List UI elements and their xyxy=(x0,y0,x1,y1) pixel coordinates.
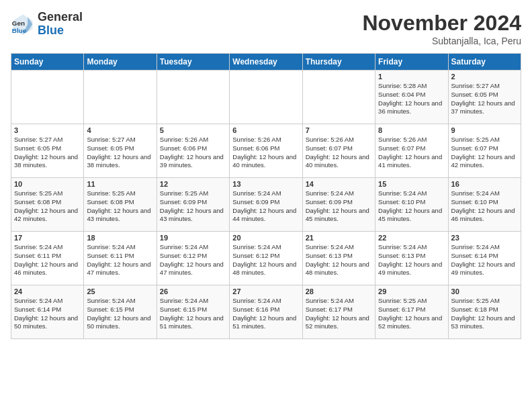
cell-info: Sunrise: 5:24 AM Sunset: 6:17 PM Dayligh… xyxy=(306,297,372,331)
day-number: 5 xyxy=(160,126,226,134)
cell-info: Sunrise: 5:24 AM Sunset: 6:15 PM Dayligh… xyxy=(87,297,153,331)
calendar-cell: 28Sunrise: 5:24 AM Sunset: 6:17 PM Dayli… xyxy=(302,285,375,339)
day-number: 3 xyxy=(14,126,81,134)
page-header: Gen Blue General Blue November 2024 Subt… xyxy=(11,11,521,46)
cell-info: Sunrise: 5:24 AM Sunset: 6:10 PM Dayligh… xyxy=(378,189,445,224)
calendar-cell: 26Sunrise: 5:24 AM Sunset: 6:15 PM Dayli… xyxy=(157,285,229,339)
calendar-cell: 18Sunrise: 5:24 AM Sunset: 6:11 PM Dayli… xyxy=(84,232,157,285)
day-number: 13 xyxy=(232,180,299,188)
calendar-cell: 12Sunrise: 5:25 AM Sunset: 6:09 PM Dayli… xyxy=(157,178,229,232)
day-number: 21 xyxy=(306,234,372,242)
month-title: November 2024 xyxy=(362,11,521,36)
day-number: 14 xyxy=(306,180,372,188)
day-number: 6 xyxy=(232,126,299,134)
week-row-1: 3Sunrise: 5:27 AM Sunset: 6:05 PM Daylig… xyxy=(11,124,521,178)
day-number: 8 xyxy=(378,126,445,134)
cell-info: Sunrise: 5:24 AM Sunset: 6:14 PM Dayligh… xyxy=(451,243,518,277)
day-number: 22 xyxy=(378,234,445,242)
cell-info: Sunrise: 5:25 AM Sunset: 6:08 PM Dayligh… xyxy=(87,189,153,224)
calendar-cell: 21Sunrise: 5:24 AM Sunset: 6:13 PM Dayli… xyxy=(302,232,375,285)
calendar-table: Sunday Monday Tuesday Wednesday Thursday… xyxy=(11,53,521,339)
calendar-cell: 16Sunrise: 5:24 AM Sunset: 6:10 PM Dayli… xyxy=(448,178,521,232)
cell-info: Sunrise: 5:27 AM Sunset: 6:05 PM Dayligh… xyxy=(14,136,81,170)
calendar-cell: 14Sunrise: 5:24 AM Sunset: 6:09 PM Dayli… xyxy=(302,178,375,232)
cell-info: Sunrise: 5:27 AM Sunset: 6:05 PM Dayligh… xyxy=(451,82,518,116)
col-thursday: Thursday xyxy=(302,54,375,71)
calendar-cell: 22Sunrise: 5:24 AM Sunset: 6:13 PM Dayli… xyxy=(375,232,448,285)
day-number: 19 xyxy=(160,234,226,242)
cell-info: Sunrise: 5:24 AM Sunset: 6:13 PM Dayligh… xyxy=(306,243,372,277)
week-row-4: 24Sunrise: 5:24 AM Sunset: 6:14 PM Dayli… xyxy=(11,285,521,339)
cell-info: Sunrise: 5:26 AM Sunset: 6:07 PM Dayligh… xyxy=(306,136,372,170)
cell-info: Sunrise: 5:25 AM Sunset: 6:17 PM Dayligh… xyxy=(378,297,445,331)
day-number: 17 xyxy=(14,234,81,242)
calendar-cell xyxy=(230,71,302,124)
col-sunday: Sunday xyxy=(11,54,84,71)
calendar-header: Sunday Monday Tuesday Wednesday Thursday… xyxy=(11,54,521,71)
logo-blue: Blue xyxy=(38,24,83,38)
day-number: 2 xyxy=(451,73,518,81)
cell-info: Sunrise: 5:26 AM Sunset: 6:07 PM Dayligh… xyxy=(378,136,445,170)
calendar-cell: 5Sunrise: 5:26 AM Sunset: 6:06 PM Daylig… xyxy=(157,124,229,178)
week-row-3: 17Sunrise: 5:24 AM Sunset: 6:11 PM Dayli… xyxy=(11,232,521,285)
calendar-cell: 6Sunrise: 5:26 AM Sunset: 6:06 PM Daylig… xyxy=(230,124,302,178)
calendar-cell: 19Sunrise: 5:24 AM Sunset: 6:12 PM Dayli… xyxy=(157,232,229,285)
cell-info: Sunrise: 5:24 AM Sunset: 6:14 PM Dayligh… xyxy=(14,297,81,331)
cell-info: Sunrise: 5:26 AM Sunset: 6:06 PM Dayligh… xyxy=(160,136,226,170)
day-number: 24 xyxy=(14,287,81,295)
day-number: 1 xyxy=(378,73,445,81)
cell-info: Sunrise: 5:27 AM Sunset: 6:05 PM Dayligh… xyxy=(87,136,153,170)
calendar-cell xyxy=(157,71,229,124)
cell-info: Sunrise: 5:24 AM Sunset: 6:12 PM Dayligh… xyxy=(160,243,226,277)
location-subtitle: Subtanjalla, Ica, Peru xyxy=(362,36,521,46)
week-row-2: 10Sunrise: 5:25 AM Sunset: 6:08 PM Dayli… xyxy=(11,178,521,232)
day-number: 16 xyxy=(451,180,518,188)
day-number: 18 xyxy=(87,234,153,242)
col-tuesday: Tuesday xyxy=(157,54,229,71)
cell-info: Sunrise: 5:24 AM Sunset: 6:12 PM Dayligh… xyxy=(232,243,299,277)
cell-info: Sunrise: 5:24 AM Sunset: 6:09 PM Dayligh… xyxy=(306,189,372,224)
day-number: 4 xyxy=(87,126,153,134)
day-number: 11 xyxy=(87,180,153,188)
cell-info: Sunrise: 5:24 AM Sunset: 6:15 PM Dayligh… xyxy=(160,297,226,331)
calendar-cell: 4Sunrise: 5:27 AM Sunset: 6:05 PM Daylig… xyxy=(84,124,157,178)
calendar-cell: 1Sunrise: 5:28 AM Sunset: 6:04 PM Daylig… xyxy=(375,71,448,124)
day-number: 30 xyxy=(451,287,518,295)
cell-info: Sunrise: 5:25 AM Sunset: 6:09 PM Dayligh… xyxy=(160,189,226,224)
calendar-cell: 2Sunrise: 5:27 AM Sunset: 6:05 PM Daylig… xyxy=(448,71,521,124)
cell-info: Sunrise: 5:25 AM Sunset: 6:07 PM Dayligh… xyxy=(451,136,518,170)
calendar-cell: 13Sunrise: 5:24 AM Sunset: 6:09 PM Dayli… xyxy=(230,178,302,232)
calendar-cell xyxy=(11,71,84,124)
cell-info: Sunrise: 5:24 AM Sunset: 6:13 PM Dayligh… xyxy=(378,243,445,277)
col-saturday: Saturday xyxy=(448,54,521,71)
col-wednesday: Wednesday xyxy=(230,54,302,71)
calendar-cell: 25Sunrise: 5:24 AM Sunset: 6:15 PM Dayli… xyxy=(84,285,157,339)
day-number: 15 xyxy=(378,180,445,188)
day-number: 12 xyxy=(160,180,226,188)
calendar-cell: 9Sunrise: 5:25 AM Sunset: 6:07 PM Daylig… xyxy=(448,124,521,178)
cell-info: Sunrise: 5:24 AM Sunset: 6:10 PM Dayligh… xyxy=(451,189,518,224)
day-number: 23 xyxy=(451,234,518,242)
calendar-cell: 11Sunrise: 5:25 AM Sunset: 6:08 PM Dayli… xyxy=(84,178,157,232)
calendar-cell: 15Sunrise: 5:24 AM Sunset: 6:10 PM Dayli… xyxy=(375,178,448,232)
calendar-body: 1Sunrise: 5:28 AM Sunset: 6:04 PM Daylig… xyxy=(11,71,521,339)
calendar-cell: 30Sunrise: 5:25 AM Sunset: 6:18 PM Dayli… xyxy=(448,285,521,339)
day-number: 9 xyxy=(451,126,518,134)
day-number: 26 xyxy=(160,287,226,295)
day-number: 20 xyxy=(232,234,299,242)
cell-info: Sunrise: 5:24 AM Sunset: 6:16 PM Dayligh… xyxy=(232,297,299,331)
col-friday: Friday xyxy=(375,54,448,71)
calendar-cell: 29Sunrise: 5:25 AM Sunset: 6:17 PM Dayli… xyxy=(375,285,448,339)
cell-info: Sunrise: 5:25 AM Sunset: 6:08 PM Dayligh… xyxy=(14,189,81,224)
day-number: 25 xyxy=(87,287,153,295)
cell-info: Sunrise: 5:25 AM Sunset: 6:18 PM Dayligh… xyxy=(451,297,518,331)
calendar-cell xyxy=(84,71,157,124)
cell-info: Sunrise: 5:24 AM Sunset: 6:09 PM Dayligh… xyxy=(232,189,299,224)
day-number: 28 xyxy=(306,287,372,295)
logo-general: General xyxy=(38,11,83,24)
title-block: November 2024 Subtanjalla, Ica, Peru xyxy=(362,11,521,46)
calendar-cell: 23Sunrise: 5:24 AM Sunset: 6:14 PM Dayli… xyxy=(448,232,521,285)
day-number: 7 xyxy=(306,126,372,134)
day-number: 27 xyxy=(232,287,299,295)
logo-text: General Blue xyxy=(38,11,83,38)
